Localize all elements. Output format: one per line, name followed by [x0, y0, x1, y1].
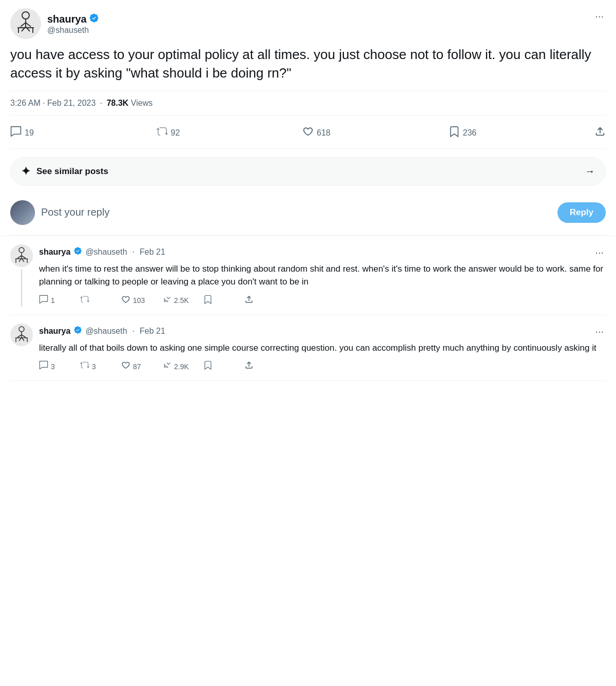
- like-count: 618: [317, 128, 331, 138]
- retweet-action[interactable]: 92: [157, 122, 303, 144]
- reply-author-handle-2: @shauseth: [85, 327, 127, 336]
- reply-views-action-2[interactable]: 2.9K: [162, 360, 203, 372]
- reply-retweet-icon-2: [80, 360, 89, 372]
- reply-compose-left: Post your reply: [10, 200, 551, 225]
- tweet-header-left: shaurya @shauseth: [10, 8, 99, 39]
- reply-retweet-count-2: 3: [92, 363, 96, 371]
- tweet-timestamp: 3:26 AM · Feb 21, 2023: [10, 99, 95, 107]
- reply-like-icon-1: [121, 295, 130, 307]
- reply-more-button-1[interactable]: ···: [593, 244, 606, 260]
- reply-more-button-2[interactable]: ···: [593, 323, 606, 339]
- bookmark-count: 236: [463, 128, 477, 138]
- reply-views-count-2: 2.9K: [174, 363, 189, 371]
- share-icon: [594, 126, 606, 140]
- avatar[interactable]: [10, 8, 41, 39]
- thread-line-1: [21, 269, 22, 307]
- user-info: shaurya @shauseth: [47, 13, 99, 35]
- reply-author-handle-1: @shauseth: [85, 247, 127, 257]
- reply-author-name-2[interactable]: shaurya: [39, 327, 70, 336]
- reply-avatar-col-1: [10, 244, 33, 307]
- reply-verified-icon-2: [73, 326, 82, 337]
- reply-submit-button[interactable]: Reply: [557, 202, 606, 223]
- username[interactable]: @shauseth: [47, 26, 99, 35]
- reply-retweet-action-2[interactable]: 3: [80, 360, 121, 372]
- reply-retweet-icon-1: [80, 295, 89, 307]
- main-tweet: shaurya @shauseth ··· you have access to…: [0, 0, 616, 236]
- reply-like-action-2[interactable]: 87: [121, 360, 162, 372]
- reply-header-left-1: shaurya @shauseth · Feb 21: [39, 246, 165, 258]
- reply-icon: [10, 126, 22, 140]
- reply-share-icon-2: [244, 360, 254, 372]
- tweet-meta: 3:26 AM · Feb 21, 2023 · 78.3K Views: [10, 91, 606, 116]
- reply-reply-action-2[interactable]: 3: [39, 360, 80, 372]
- views-count: 78.3K: [107, 99, 129, 107]
- see-similar-posts-button[interactable]: ✦ See similar posts →: [10, 157, 606, 186]
- sparkle-icon: ✦: [21, 165, 30, 178]
- reply-reply-action-1[interactable]: 1: [39, 295, 80, 307]
- bookmark-action[interactable]: 236: [449, 122, 595, 144]
- retweet-count: 92: [171, 128, 180, 138]
- bookmark-icon: [449, 126, 460, 140]
- reply-share-action-1[interactable]: [244, 295, 285, 307]
- similar-posts-label: See similar posts: [36, 166, 108, 177]
- reply-views-count-1: 2.5K: [174, 296, 189, 304]
- reply-author-avatar-2[interactable]: [10, 323, 33, 346]
- views-label: Views: [131, 99, 152, 107]
- reply-like-count-1: 103: [133, 296, 145, 304]
- tweet-header: shaurya @shauseth ···: [10, 8, 606, 39]
- reply-reply-count-2: 3: [51, 363, 55, 371]
- reply-placeholder-text[interactable]: Post your reply: [41, 206, 109, 218]
- reply-retweet-action-1[interactable]: [80, 295, 121, 307]
- reply-content-2: shaurya @shauseth · Feb 21 ··· literally…: [39, 323, 606, 373]
- name-text: shaurya: [47, 13, 87, 25]
- reply-bookmark-action-2[interactable]: [203, 360, 244, 372]
- reply-date-2: Feb 21: [140, 327, 165, 336]
- reply-share-icon-1: [244, 295, 254, 307]
- reply-verified-icon-1: [73, 246, 82, 258]
- reply-action[interactable]: 19: [10, 122, 157, 144]
- like-action[interactable]: 618: [302, 122, 449, 144]
- verified-icon: [89, 13, 99, 26]
- tweet-text: you have access to your optimal policy a…: [10, 45, 606, 83]
- reply-compose-section: Post your reply Reply: [10, 194, 606, 236]
- reply-thread-1: shaurya @shauseth · Feb 21 ··· when it's…: [10, 236, 606, 315]
- more-options-button[interactable]: ···: [593, 8, 606, 24]
- reply-thread-2: shaurya @shauseth · Feb 21 ··· literally…: [10, 315, 606, 382]
- reply-count: 19: [25, 128, 34, 138]
- dot-sep-2: ·: [132, 327, 134, 336]
- similar-posts-label-group: ✦ See similar posts: [21, 165, 108, 178]
- reply-reply-count-1: 1: [51, 296, 55, 304]
- reply-content-1: shaurya @shauseth · Feb 21 ··· when it's…: [39, 244, 606, 307]
- tweet-actions: 19 92 618 236: [10, 118, 606, 149]
- reply-header-left-2: shaurya @shauseth · Feb 21: [39, 326, 165, 337]
- reply-author-name-1[interactable]: shaurya: [39, 247, 70, 257]
- reply-reply-icon-2: [39, 360, 48, 372]
- current-user-avatar: [10, 200, 35, 225]
- reply-like-count-2: 87: [133, 363, 141, 371]
- like-icon: [302, 126, 314, 140]
- reply-avatar-col-2: [10, 323, 33, 373]
- reply-like-icon-2: [121, 360, 130, 372]
- reply-views-icon-2: [162, 360, 171, 372]
- retweet-icon: [157, 126, 168, 140]
- reply-reply-icon-1: [39, 295, 48, 307]
- reply-actions-2: 3 3 87 2.9K: [39, 360, 606, 372]
- replies-section: shaurya @shauseth · Feb 21 ··· when it's…: [0, 236, 616, 382]
- reply-header-2: shaurya @shauseth · Feb 21 ···: [39, 323, 606, 339]
- reply-share-action-2[interactable]: [244, 360, 285, 372]
- dot-separator: ·: [100, 99, 102, 107]
- share-action[interactable]: [594, 122, 606, 144]
- reply-like-action-1[interactable]: 103: [121, 295, 162, 307]
- reply-author-avatar-1[interactable]: [10, 244, 33, 267]
- reply-date-1: Feb 21: [140, 247, 165, 257]
- reply-bookmark-action-1[interactable]: [203, 295, 244, 307]
- reply-bookmark-icon-1: [203, 295, 213, 307]
- reply-views-icon-1: [162, 295, 171, 307]
- dot-sep-1: ·: [132, 247, 134, 257]
- reply-bookmark-icon-2: [203, 360, 213, 372]
- reply-actions-1: 1 103 2.5K: [39, 295, 606, 307]
- reply-text-2: literally all of that boils down to aski…: [39, 341, 606, 355]
- reply-text-1: when it's time to rest the answer will b…: [39, 262, 606, 289]
- display-name[interactable]: shaurya: [47, 13, 99, 26]
- reply-views-action-1[interactable]: 2.5K: [162, 295, 203, 307]
